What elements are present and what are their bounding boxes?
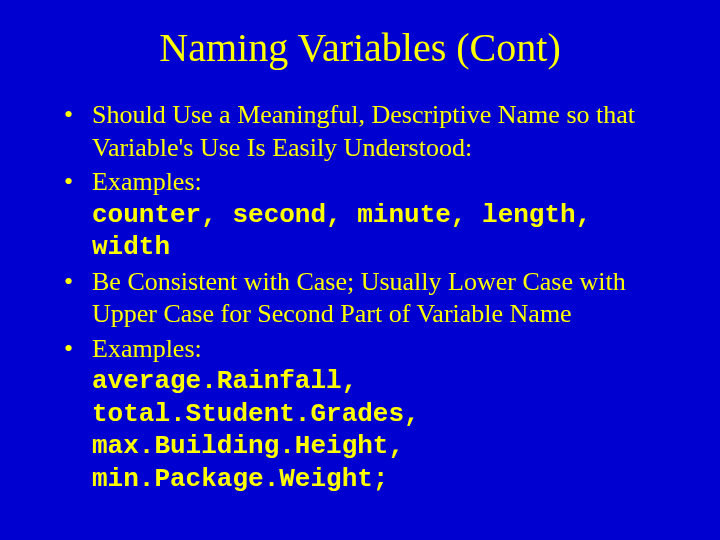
bullet-list: Should Use a Meaningful, Descriptive Nam… [60, 99, 660, 495]
list-item: Should Use a Meaningful, Descriptive Nam… [60, 99, 660, 164]
list-item: Examples: average.Rainfall, total.Studen… [60, 333, 660, 496]
bullet-text: Examples: [92, 167, 202, 196]
list-item: Be Consistent with Case; Usually Lower C… [60, 266, 660, 331]
code-example: counter, second, minute, length, width [92, 199, 660, 264]
code-example: average.Rainfall, total.Student.Grades, … [92, 365, 660, 495]
bullet-text: Examples: [92, 334, 202, 363]
list-item: Examples: counter, second, minute, lengt… [60, 166, 660, 264]
slide-title: Naming Variables (Cont) [60, 24, 660, 71]
bullet-text: Should Use a Meaningful, Descriptive Nam… [92, 100, 635, 162]
bullet-text: Be Consistent with Case; Usually Lower C… [92, 267, 626, 329]
